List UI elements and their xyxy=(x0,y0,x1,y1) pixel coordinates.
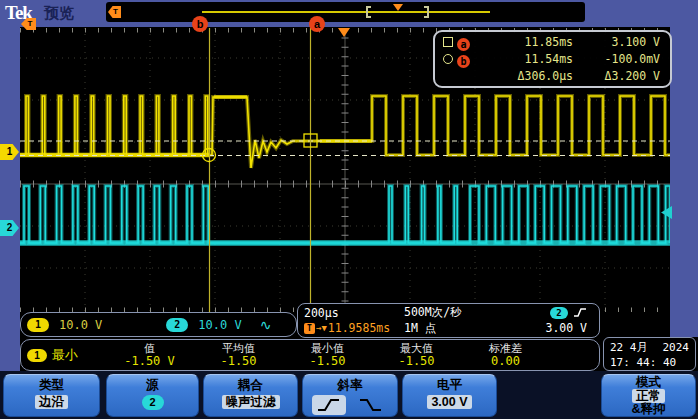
measurement-channel-badge: 1 xyxy=(27,349,47,362)
cursor-delta-voltage: Δ3.200 V xyxy=(573,69,660,83)
record-length: 1M 点 xyxy=(404,321,514,336)
cursor-a-label[interactable]: a xyxy=(309,16,325,32)
cursor-readout-panel: a 11.85ms 3.100 V b 11.54ms -100.0mV Δ30… xyxy=(433,30,672,88)
trigger-slope-icon xyxy=(573,307,587,318)
menu-source-button[interactable]: 源 2 xyxy=(106,374,199,417)
trigger-delay-value: 11.9585ms xyxy=(328,321,390,335)
cursor-b-badge: b xyxy=(457,55,470,68)
trigger-flag-icon: T xyxy=(108,6,121,18)
oscilloscope-screen: Tek 预览 T T b a 1 2 a 11.85ms 3.100 V b 1… xyxy=(0,0,698,419)
measurement-col-value: -1.50 xyxy=(194,355,283,368)
menu-level-value: 3.00 V xyxy=(427,395,471,409)
menu-mode-value2: &释抑 xyxy=(602,403,695,416)
timebase-scale: 200μs xyxy=(304,306,404,320)
menu-mode-value: 正常 xyxy=(632,389,665,403)
menu-slope-button[interactable]: 斜率 xyxy=(302,374,398,417)
measurement-col-value: -1.50 V xyxy=(105,355,194,368)
channel-scale-bar: 1 10.0 V 2 10.0 V ∿ xyxy=(20,312,297,337)
measurement-col-value: -1.50 xyxy=(372,355,461,368)
cursor-a-badge: a xyxy=(457,38,470,51)
record-line xyxy=(202,11,490,13)
measurement-col-value: -1.50 xyxy=(283,355,372,368)
left-bezel xyxy=(0,27,20,372)
window-bracket-left-icon xyxy=(366,6,371,18)
window-bracket-right-icon xyxy=(424,6,429,18)
top-bar: Tek 预览 T xyxy=(0,0,698,27)
cursor-b-voltage: -100.0mV xyxy=(573,52,660,68)
trigger-delay-arrows: →▼ xyxy=(316,323,327,333)
cursor-b-time: 11.54ms xyxy=(483,52,573,68)
cursor-b-circle-icon xyxy=(443,54,453,64)
channel2-coupling-icon: ∿ xyxy=(260,317,272,333)
date-label: 22 4月 xyxy=(610,340,648,355)
rising-edge-icon[interactable] xyxy=(312,395,346,415)
acquisition-status: 预览 xyxy=(44,4,74,23)
cursor-a-time: 11.85ms xyxy=(483,35,573,51)
menu-mode-button[interactable]: 模式 正常 &释抑 xyxy=(601,374,696,417)
trigger-source-badge: 2 xyxy=(550,307,568,319)
timebase-box: 200μs 500M次/秒 2 T →▼ 11.9585ms 1M 点 3.00… xyxy=(297,303,600,338)
menu-source-channel-badge: 2 xyxy=(142,395,164,410)
trigger-position-record-icon xyxy=(393,4,403,11)
sample-rate: 500M次/秒 xyxy=(404,305,514,320)
cursor-delta-time: Δ306.0μs xyxy=(483,69,573,83)
menu-coupling-value: 噪声过滤 xyxy=(222,395,280,409)
channel1-badge[interactable]: 1 xyxy=(27,318,49,332)
cursor-b-label[interactable]: b xyxy=(192,16,208,32)
year-label: 2024 xyxy=(663,340,690,355)
measurement-bar: 1 最小 值 -1.50 V 平均值 -1.50 最小值 -1.50 最大值 -… xyxy=(20,339,600,371)
datetime-box: 22 4月 2024 17: 44: 40 xyxy=(603,337,696,371)
measurement-name: 最小 xyxy=(52,346,78,364)
menu-level-button[interactable]: 电平 3.00 V xyxy=(402,374,497,417)
right-bezel xyxy=(670,27,698,337)
measurement-col-value: 0.00 xyxy=(461,355,550,368)
menu-type-button[interactable]: 类型 边沿 xyxy=(3,374,100,417)
record-view-bar: T xyxy=(106,2,585,22)
menu-type-value: 边沿 xyxy=(35,395,68,409)
time-label: 17: 44: 40 xyxy=(610,355,689,370)
cursor-a-square-icon xyxy=(443,37,453,47)
trigger-delay-t-icon: T xyxy=(304,323,315,334)
falling-edge-icon[interactable] xyxy=(354,395,388,415)
channel1-scale: 10.0 V xyxy=(59,318,102,332)
channel2-badge[interactable]: 2 xyxy=(166,318,188,332)
menu-coupling-button[interactable]: 耦合 噪声过滤 xyxy=(203,374,298,417)
cursor-a-voltage: 3.100 V xyxy=(573,35,660,51)
channel2-scale: 10.0 V xyxy=(198,318,241,332)
trigger-level-value: 3.00 V xyxy=(514,321,593,335)
